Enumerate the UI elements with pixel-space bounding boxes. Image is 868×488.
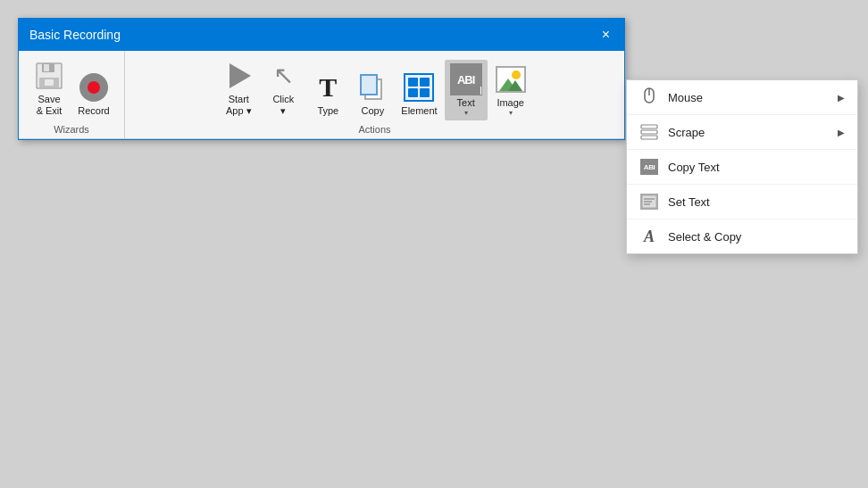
select-copy-icon: A [639,227,659,246]
type-icon: T [319,74,337,101]
dropdown-item-mouse[interactable]: Mouse ▶ [627,80,857,115]
image-dropdown-arrow: ▾ [509,109,513,117]
svg-rect-9 [641,136,657,139]
element-cell-3 [408,88,418,97]
type-icon-area: T [312,71,344,103]
record-dot [88,81,100,94]
wizards-section: Save& Exit Record Wizards [19,51,125,138]
abi-cursor: | [480,86,481,95]
abi-icon: ABI | [450,63,482,95]
start-app-button[interactable]: StartApp ▾ [217,56,260,120]
mouse-svg [641,87,657,107]
dropdown-item-select-copy[interactable]: A Select & Copy [627,219,857,253]
copy-text-icon: ABI [639,157,659,177]
record-icon [79,73,108,102]
svg-rect-4 [45,79,54,86]
mouse-icon [639,87,659,107]
set-text-svg [641,194,657,209]
record-icon-area [78,71,110,103]
actions-buttons: StartApp ▾ ↖ Click▾ T Type [208,56,540,120]
start-app-icon-area [222,60,255,92]
scrape-arrow: ▶ [838,128,845,137]
mouse-arrow: ▶ [838,93,845,103]
copy-icon-area [356,71,388,103]
copy-text-label: Copy Text [668,161,845,174]
record-button[interactable]: Record [72,68,115,120]
scrape-svg [640,124,658,140]
actions-section: StartApp ▾ ↖ Click▾ T Type [125,51,624,138]
set-text-small-icon [640,194,658,210]
save-exit-label: Save& Exit [37,94,63,117]
element-button[interactable]: Element [396,68,442,120]
dropdown-item-scrape[interactable]: Scrape ▶ [627,115,857,150]
mouse-label: Mouse [668,91,829,104]
start-app-label: StartApp ▾ [226,94,252,117]
set-text-icon [639,192,659,211]
cursor-icon: ↖ [273,63,294,88]
dropdown-item-copy-text[interactable]: ABI Copy Text [627,150,857,185]
title-bar: Basic Recording × [19,19,624,51]
element-icon-area [403,71,435,103]
wizards-label: Wizards [19,120,124,138]
main-window: Basic Recording × [18,18,625,140]
abi-small-icon: ABI [640,159,658,175]
text-dropdown-arrow: ▾ [464,109,468,117]
image-button[interactable]: Image ▾ [489,60,532,120]
wizards-buttons: Save& Exit Record [19,56,124,120]
element-icon [404,73,434,102]
play-icon [230,63,251,88]
type-label: Type [317,105,338,117]
svg-rect-8 [641,130,657,134]
actions-label: Actions [125,120,624,138]
close-button[interactable]: × [598,26,613,44]
select-copy-letter-icon: A [644,227,655,246]
svg-rect-7 [641,125,657,128]
type-button[interactable]: T Type [306,68,349,120]
click-label: Click▾ [272,94,294,117]
image-icon [496,66,526,93]
image-mountain2 [508,80,522,91]
copy-label: Copy [361,105,384,117]
select-copy-label: Select & Copy [668,230,845,244]
click-icon-area: ↖ [267,60,299,92]
element-cell-4 [420,88,430,97]
element-cell-2 [420,78,430,87]
text-icon-area: ABI | [450,63,482,95]
element-label: Element [401,105,437,117]
svg-rect-2 [44,64,49,71]
set-text-label: Set Text [668,195,845,209]
text-label: Text [457,97,475,109]
record-label: Record [78,105,109,117]
image-icon-area [495,63,527,95]
copy-icon [360,74,385,101]
scrape-label: Scrape [668,126,829,139]
window-title: Basic Recording [29,28,121,42]
save-exit-icon-area [33,60,65,92]
element-cell-1 [408,78,418,87]
copy-button[interactable]: Copy [351,68,394,120]
text-button[interactable]: ABI | Text ▾ [445,60,488,120]
save-icon [35,62,63,90]
scrape-icon [639,122,659,142]
text-dropdown-menu: Mouse ▶ Scrape ▶ ABI Copy Text [626,79,858,254]
image-label: Image [497,97,524,109]
save-exit-button[interactable]: Save& Exit [28,56,71,120]
copy-front [360,74,378,95]
click-button[interactable]: ↖ Click▾ [262,56,305,120]
dropdown-item-set-text[interactable]: Set Text [627,185,857,219]
ribbon: Save& Exit Record Wizards [19,51,624,139]
